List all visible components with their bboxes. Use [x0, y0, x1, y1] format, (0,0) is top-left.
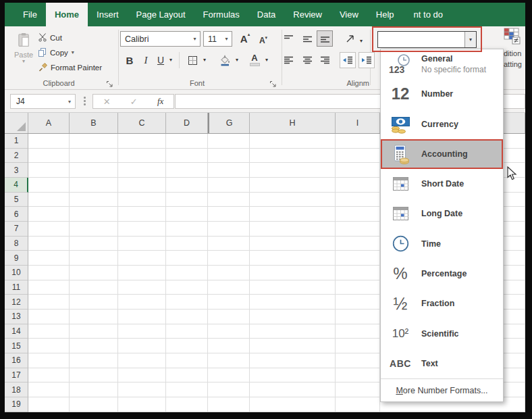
copy-button[interactable]: Copy ▾	[38, 46, 74, 59]
format-option-text[interactable]: ABCText	[381, 349, 503, 378]
cell-G2[interactable]	[208, 149, 250, 164]
cell-C4[interactable]	[118, 178, 166, 193]
cell-H3[interactable]	[250, 163, 336, 178]
row-header-19[interactable]: 19	[5, 397, 28, 412]
cell-B17[interactable]	[70, 368, 118, 383]
bottom-align-button[interactable]	[317, 30, 333, 47]
increase-font-size-button[interactable]: A▴	[238, 30, 252, 47]
cell-A2[interactable]	[28, 149, 70, 164]
cell-A16[interactable]	[28, 353, 70, 368]
cell-G12[interactable]	[208, 295, 250, 310]
cell-H5[interactable]	[250, 193, 336, 207]
cell-H10[interactable]	[250, 266, 336, 280]
cell-H17[interactable]	[250, 368, 336, 383]
cell-C2[interactable]	[118, 149, 166, 164]
row-header-9[interactable]: 9	[5, 251, 28, 266]
cell-H11[interactable]	[250, 280, 336, 295]
cell-A17[interactable]	[28, 368, 70, 383]
row-header-13[interactable]: 13	[5, 310, 28, 324]
tab-home[interactable]: Home	[46, 3, 88, 26]
cell-H9[interactable]	[250, 251, 336, 266]
paste-button[interactable]: Paste ▾	[10, 30, 37, 82]
cell-G17[interactable]	[208, 368, 250, 383]
cell-D19[interactable]	[166, 397, 208, 412]
cell-C11[interactable]	[118, 280, 166, 295]
cell-D7[interactable]	[166, 222, 208, 237]
cell-A11[interactable]	[28, 280, 70, 295]
cell-A18[interactable]	[28, 383, 70, 397]
cell-H16[interactable]	[250, 353, 336, 368]
cell-C7[interactable]	[118, 222, 166, 237]
format-option-percentage[interactable]: %Percentage	[381, 259, 503, 289]
decrease-indent-button[interactable]	[340, 52, 356, 68]
cell-B19[interactable]	[70, 397, 118, 412]
cell-G16[interactable]	[208, 353, 250, 368]
name-box[interactable]: J4 ▾	[10, 94, 76, 109]
cell-C3[interactable]	[118, 163, 166, 178]
row-header-14[interactable]: 14	[5, 324, 28, 339]
cell-G18[interactable]	[208, 383, 250, 397]
chevron-down-icon[interactable]: ▾	[64, 99, 75, 105]
cell-D13[interactable]	[166, 310, 208, 324]
cell-C5[interactable]	[118, 193, 166, 207]
cell-D4[interactable]	[166, 178, 208, 193]
format-painter-button[interactable]: Format Painter	[38, 61, 102, 74]
cell-H15[interactable]	[250, 339, 336, 353]
cancel-icon[interactable]: ✕	[103, 97, 111, 107]
row-header-12[interactable]: 12	[5, 295, 28, 310]
row-header-1[interactable]: 1	[5, 134, 28, 149]
cell-D11[interactable]	[166, 280, 208, 295]
cell-B3[interactable]	[70, 163, 118, 178]
tab-data[interactable]: Data	[248, 3, 284, 26]
cell-H8[interactable]	[250, 237, 336, 251]
cell-A15[interactable]	[28, 339, 70, 353]
cell-B13[interactable]	[70, 310, 118, 324]
cell-B5[interactable]	[70, 193, 118, 207]
row-header-6[interactable]: 6	[5, 207, 28, 222]
cell-B6[interactable]	[70, 207, 118, 222]
cell-H2[interactable]	[250, 149, 336, 164]
cell-I4[interactable]	[336, 178, 380, 193]
cell-I8[interactable]	[336, 237, 380, 251]
cell-G8[interactable]	[208, 237, 250, 251]
cell-D8[interactable]	[166, 237, 208, 251]
row-header-8[interactable]: 8	[5, 237, 28, 251]
align-right-button[interactable]	[317, 52, 333, 68]
cell-I17[interactable]	[336, 368, 380, 383]
cell-C14[interactable]	[118, 324, 166, 339]
cell-A6[interactable]	[28, 207, 70, 222]
cell-G5[interactable]	[208, 193, 250, 207]
insert-function-icon[interactable]: fx	[157, 96, 163, 107]
cell-A19[interactable]	[28, 397, 70, 412]
cell-C1[interactable]	[118, 134, 166, 149]
chevron-down-icon[interactable]: ▾	[464, 32, 476, 47]
row-header-10[interactable]: 10	[5, 266, 28, 280]
column-header-H[interactable]: H	[250, 113, 336, 133]
column-header-G[interactable]: G	[208, 113, 250, 133]
cell-B8[interactable]	[70, 237, 118, 251]
cell-I12[interactable]	[336, 295, 380, 310]
middle-align-button[interactable]	[299, 30, 315, 47]
cell-G3[interactable]	[208, 163, 250, 178]
format-option-long-date[interactable]: Long Date	[381, 199, 503, 228]
row-header-7[interactable]: 7	[5, 222, 28, 237]
chevron-down-icon[interactable]: ▾	[233, 52, 241, 68]
tab-page-layout[interactable]: Page Layout	[128, 3, 194, 26]
row-header-2[interactable]: 2	[5, 149, 28, 164]
cell-H13[interactable]	[250, 310, 336, 324]
row-header-17[interactable]: 17	[5, 368, 28, 383]
chevron-down-icon[interactable]: ▾	[167, 52, 175, 68]
column-header-B[interactable]: B	[70, 113, 118, 133]
chevron-down-icon[interactable]: ▾	[357, 33, 365, 49]
cell-A10[interactable]	[28, 266, 70, 280]
cell-H1[interactable]	[250, 134, 336, 149]
cell-B10[interactable]	[70, 266, 118, 280]
cell-C6[interactable]	[118, 207, 166, 222]
cell-C10[interactable]	[118, 266, 166, 280]
format-option-number[interactable]: 12Number	[381, 79, 503, 109]
cell-G19[interactable]	[208, 397, 250, 412]
more-number-formats-link[interactable]: More Number Formats...	[381, 378, 503, 401]
column-header-C[interactable]: C	[118, 113, 166, 133]
cell-A12[interactable]	[28, 295, 70, 310]
select-all-corner[interactable]	[5, 113, 28, 133]
